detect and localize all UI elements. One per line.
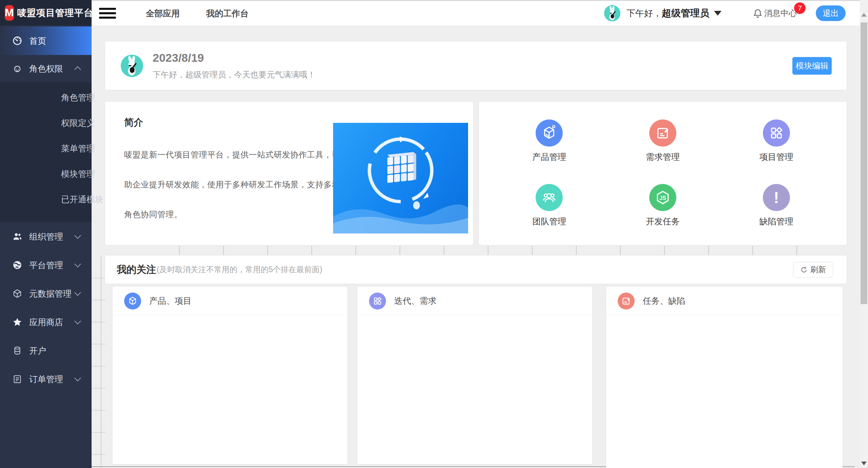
module-label: 产品管理 — [532, 151, 566, 163]
module-label: 需求管理 — [646, 151, 680, 163]
role-icon — [12, 63, 22, 74]
refresh-label: 刷新 — [810, 264, 826, 275]
sidebar-item-order-management[interactable]: 订单管理 — [0, 365, 92, 393]
cube-cycle-illustration-icon — [333, 123, 468, 233]
top-nav: 全部应用 我的工作台 — [146, 8, 249, 19]
account-icon — [12, 345, 22, 356]
user-menu-caret-icon[interactable] — [714, 11, 721, 16]
focus-card-header[interactable]: 任务、缺陷 — [606, 287, 843, 315]
focus-subtitle: (及时取消关注不常用的，常用的5个排在最前面) — [157, 264, 322, 275]
sidebar-item-organization[interactable]: 组织管理 — [0, 222, 92, 251]
sidebar-item-label: 开户 — [29, 345, 46, 356]
intro-card: 简介 唛盟是新一代项目管理平台，提供一站式研发协作工具，帮助企业提升研发效能，使… — [105, 102, 473, 245]
greeting-prefix: 下午好， — [626, 8, 662, 18]
chevron-up-icon — [74, 66, 81, 73]
hamburger-menu-icon[interactable] — [99, 6, 116, 20]
sidebar-submenu-role: 角色管理 权限定义 菜单管理 模块管理 已开通模块 — [0, 82, 92, 222]
module-edit-button[interactable]: 模块编辑 — [792, 57, 832, 75]
sidebar-item-open-account[interactable]: 开户 — [0, 336, 92, 365]
background-grid-rows — [92, 256, 105, 467]
message-badge: 7 — [794, 2, 806, 14]
order-icon — [12, 374, 22, 384]
sidebar-item-label: 首页 — [29, 35, 46, 46]
sidebar-item-label: 角色权限 — [29, 63, 63, 74]
scrollbar-thumb[interactable] — [861, 22, 867, 304]
metadata-icon — [12, 288, 22, 299]
submenu-item-menu-management[interactable]: 菜单管理 — [0, 136, 92, 161]
intro-banner-illustration — [333, 123, 468, 233]
focus-card-product-project: 产品、项目 — [113, 287, 347, 464]
sidebar-item-app-store[interactable]: 应用商店 — [0, 308, 92, 336]
cube-icon — [128, 296, 138, 306]
topbar-right: 下午好，超级管理员 消息中心 7 退出 — [604, 5, 846, 21]
chevron-down-icon — [74, 289, 81, 296]
sidebar-item-label: 平台管理 — [29, 260, 63, 271]
edit-doc-icon — [621, 296, 631, 306]
app-title: 唛盟项目管理平台 — [17, 7, 93, 19]
grid-icon — [769, 125, 784, 141]
welcome-date: 2023/8/19 — [153, 51, 315, 64]
logout-button[interactable]: 退出 — [816, 5, 846, 21]
cube-icon — [541, 125, 557, 141]
sidebar-item-metadata[interactable]: 元数据管理 — [0, 279, 92, 308]
sidebar-item-platform[interactable]: 平台管理 — [0, 251, 92, 279]
edit-doc-icon — [655, 125, 671, 141]
submenu-item-module-management[interactable]: 模块管理 — [0, 161, 92, 187]
org-icon — [12, 231, 22, 242]
topbar: 全部应用 我的工作台 下午好，超级管理员 — [92, 0, 860, 25]
chevron-down-icon — [74, 232, 81, 239]
sidebar-item-home[interactable]: 首页 — [0, 26, 92, 55]
chevron-down-icon — [74, 261, 81, 267]
refresh-icon — [800, 266, 808, 274]
sidebar-item-label: 应用商店 — [29, 317, 63, 328]
module-label: 团队管理 — [532, 216, 566, 227]
welcome-card: 2023/8/19 下午好，超级管理员，今天也要元气满满哦！ 模块编辑 — [105, 41, 847, 90]
sidebar-item-role-permission[interactable]: 角色权限 — [0, 55, 92, 82]
module-requirement-management[interactable]: 需求管理 — [606, 119, 720, 170]
greeting-username: 超级管理员 — [662, 8, 709, 18]
modules-card: 产品管理 需求管理 — [479, 102, 847, 245]
focus-card-title: 产品、项目 — [149, 295, 192, 306]
submenu-item-opened-modules[interactable]: 已开通模块 — [0, 187, 92, 212]
refresh-button[interactable]: 刷新 — [793, 262, 833, 278]
module-product-management[interactable]: 产品管理 — [493, 119, 606, 170]
platform-icon — [12, 260, 22, 270]
background-grid-ticks — [136, 246, 817, 255]
module-defect-management[interactable]: ! 缺陷管理 — [719, 184, 833, 235]
dashboard-icon — [12, 36, 22, 46]
logo-icon: M — [5, 5, 14, 21]
focus-card-title: 任务、缺陷 — [643, 295, 685, 306]
module-project-management[interactable]: 项目管理 — [719, 119, 833, 170]
message-center[interactable]: 消息中心 7 — [753, 8, 797, 19]
rabbit-avatar-icon — [121, 55, 143, 77]
focus-header-card: 我的关注 (及时取消关注不常用的，常用的5个排在最前面) 刷新 — [105, 256, 847, 284]
scrollbar-up-arrow-icon[interactable] — [861, 13, 867, 17]
sidebar-item-label: 订单管理 — [29, 374, 63, 385]
module-dev-task[interactable]: JS 开发任务 — [606, 184, 720, 235]
nav-my-workbench[interactable]: 我的工作台 — [206, 8, 249, 19]
module-label: 开发任务 — [646, 216, 680, 227]
bell-icon — [753, 8, 763, 18]
logo-block: M 唛盟项目管理平台 — [0, 0, 92, 25]
sidebar: 首页 角色权限 角色管理 权限定义 菜单管理 模块管理 已开通模块 — [0, 25, 92, 468]
chevron-down-icon — [74, 318, 81, 324]
submenu-item-role-management[interactable]: 角色管理 — [0, 85, 92, 110]
main-content: 2023/8/19 下午好，超级管理员，今天也要元气满满哦！ 模块编辑 简介 唛… — [92, 25, 860, 468]
background-grid-line — [101, 256, 101, 467]
focus-title: 我的关注 — [117, 263, 156, 277]
focus-card-title: 迭代、需求 — [394, 295, 437, 306]
intro-title: 简介 — [124, 116, 143, 129]
avatar[interactable] — [604, 5, 620, 21]
rabbit-avatar-icon — [604, 5, 620, 21]
user-greeting[interactable]: 下午好，超级管理员 — [626, 7, 709, 20]
focus-card-header[interactable]: 迭代、需求 — [358, 287, 592, 315]
team-icon — [541, 190, 557, 205]
vertical-scrollbar[interactable] — [860, 0, 868, 468]
module-team-management[interactable]: 团队管理 — [493, 184, 606, 235]
nav-all-apps[interactable]: 全部应用 — [146, 8, 180, 19]
module-label: 项目管理 — [759, 151, 793, 163]
submenu-item-permission-definition[interactable]: 权限定义 — [0, 110, 92, 136]
scrollbar-down-arrow-icon[interactable] — [861, 462, 867, 465]
focus-card-header[interactable]: 产品、项目 — [113, 287, 347, 315]
app-root: M 唛盟项目管理平台 全部应用 我的工作台 下午好，超级管理员 — [0, 0, 868, 468]
